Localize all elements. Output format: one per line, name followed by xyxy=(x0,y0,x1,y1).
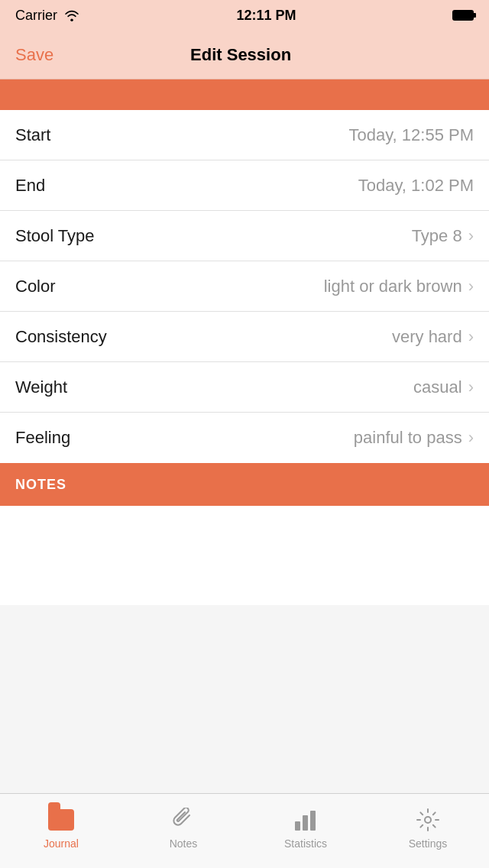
stool-type-row[interactable]: Stool Type Type 8 › xyxy=(0,211,489,261)
wifi-icon xyxy=(63,9,80,21)
carrier-label: Carrier xyxy=(15,8,57,24)
form-list: Start Today, 12:55 PM End Today, 1:02 PM… xyxy=(0,110,489,463)
save-button[interactable]: Save xyxy=(15,45,53,65)
tab-notes[interactable]: Notes xyxy=(122,794,244,868)
chevron-icon: › xyxy=(468,377,474,397)
folder-icon xyxy=(48,809,74,831)
consistency-value: very hard xyxy=(392,327,462,347)
battery-icon xyxy=(452,10,474,21)
tab-statistics-label: Statistics xyxy=(284,837,327,850)
color-value-container: light or dark brown › xyxy=(324,277,474,296)
color-value: light or dark brown xyxy=(324,277,462,296)
tab-notes-label: Notes xyxy=(170,837,198,850)
page-title: Edit Session xyxy=(190,45,291,65)
end-value-container: Today, 1:02 PM xyxy=(358,176,474,196)
tab-journal-label: Journal xyxy=(44,837,79,850)
feeling-value: painful to pass xyxy=(354,428,462,448)
chevron-icon: › xyxy=(468,327,474,347)
status-bar: Carrier 12:11 PM xyxy=(0,0,489,31)
gear-icon xyxy=(416,808,440,832)
notes-icon xyxy=(170,807,196,833)
stool-type-label: Stool Type xyxy=(15,226,95,246)
color-label: Color xyxy=(15,277,56,296)
weight-value-container: casual › xyxy=(413,377,474,397)
consistency-value-container: very hard › xyxy=(392,327,474,347)
notes-body[interactable] xyxy=(0,506,489,605)
paperclip-icon xyxy=(171,808,196,832)
weight-label: Weight xyxy=(15,377,67,397)
start-value-container: Today, 12:55 PM xyxy=(349,125,474,145)
chevron-icon: › xyxy=(468,428,474,448)
consistency-row[interactable]: Consistency very hard › xyxy=(0,312,489,362)
tab-bar: Journal Notes Statistics Settings xyxy=(0,793,489,868)
tab-settings-label: Settings xyxy=(409,837,448,850)
tab-settings[interactable]: Settings xyxy=(367,794,489,868)
notes-header-text: NOTES xyxy=(15,477,66,493)
stool-type-value-container: Type 8 › xyxy=(412,226,474,246)
tab-statistics[interactable]: Statistics xyxy=(244,794,367,868)
end-label: End xyxy=(15,176,45,196)
status-time: 12:11 PM xyxy=(236,8,296,24)
feeling-label: Feeling xyxy=(15,428,70,448)
feeling-row[interactable]: Feeling painful to pass › xyxy=(0,413,489,463)
weight-value: casual xyxy=(413,377,462,397)
color-row[interactable]: Color light or dark brown › xyxy=(0,261,489,312)
nav-bar: Save Edit Session xyxy=(0,31,489,79)
tab-journal[interactable]: Journal xyxy=(0,794,122,868)
svg-rect-2 xyxy=(310,811,316,831)
settings-icon xyxy=(415,807,441,833)
carrier-text: Carrier xyxy=(15,8,80,24)
section-header-bar xyxy=(0,79,489,110)
chevron-icon: › xyxy=(468,277,474,296)
svg-rect-1 xyxy=(303,815,308,831)
feeling-value-container: painful to pass › xyxy=(354,428,474,448)
statistics-icon xyxy=(293,807,319,833)
end-row[interactable]: End Today, 1:02 PM xyxy=(0,160,489,211)
start-value: Today, 12:55 PM xyxy=(349,125,474,145)
battery-indicator xyxy=(452,10,474,21)
chevron-icon: › xyxy=(468,226,474,246)
start-label: Start xyxy=(15,125,50,145)
end-value: Today, 1:02 PM xyxy=(358,176,474,196)
svg-rect-0 xyxy=(295,821,300,831)
bar-chart-icon xyxy=(293,808,318,832)
weight-row[interactable]: Weight casual › xyxy=(0,362,489,413)
stool-type-value: Type 8 xyxy=(412,226,462,246)
svg-point-3 xyxy=(425,817,431,823)
journal-icon xyxy=(48,807,74,833)
start-row[interactable]: Start Today, 12:55 PM xyxy=(0,110,489,160)
consistency-label: Consistency xyxy=(15,327,107,347)
notes-header: NOTES xyxy=(0,463,489,506)
